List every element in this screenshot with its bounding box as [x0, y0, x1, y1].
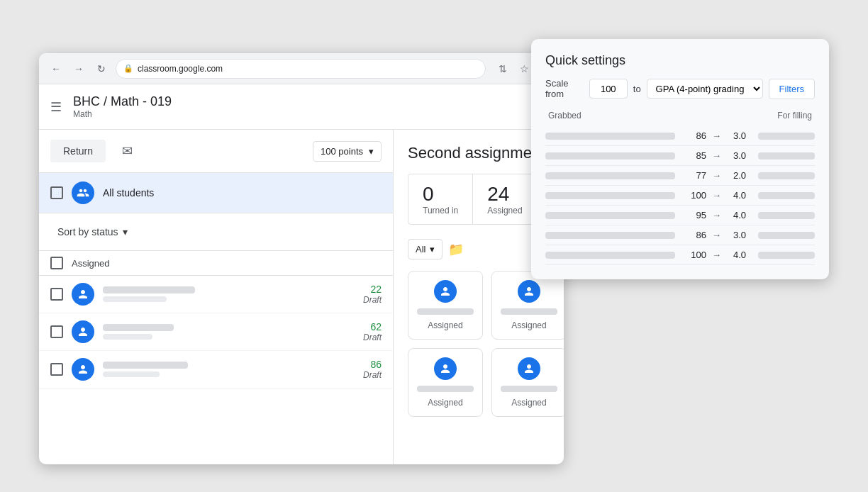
browser-window: ← → ↻ 🔒 classroom.google.com ⇅ ☆ G ☰ BHC…	[39, 53, 564, 464]
student-card[interactable]: Assigned	[408, 348, 483, 417]
qs-name-bar	[545, 252, 675, 259]
score-value: 22	[363, 284, 382, 295]
grabbed-label: Grabbed	[548, 111, 582, 121]
grading-select[interactable]: GPA (4-point) grading	[647, 79, 763, 99]
back-button[interactable]: ←	[48, 60, 65, 77]
table-row: 22 Draft	[39, 276, 393, 313]
all-students-row: All students	[39, 173, 393, 213]
sort-dropdown[interactable]: Sort by status ▾	[50, 222, 382, 242]
student-name	[103, 286, 195, 293]
app-header: ☰ BHC / Math - 019 Math	[39, 84, 564, 130]
card-status: Assigned	[511, 320, 546, 330]
student-card[interactable]: Assigned	[491, 348, 564, 417]
student-sub	[103, 371, 160, 377]
qs-gpa: 3.0	[727, 150, 752, 161]
filter-row: All ▾ 📁	[408, 239, 550, 259]
return-button[interactable]: Return	[50, 140, 106, 162]
qs-gpa: 4.0	[727, 250, 752, 260]
qs-row: 77 → 2.0	[545, 166, 815, 186]
qs-score: 85	[681, 150, 706, 161]
assigned-stat-label: Assigned	[487, 206, 522, 216]
qs-name-bar	[545, 232, 675, 239]
filters-button[interactable]: Filters	[769, 79, 815, 99]
all-students-checkbox[interactable]	[50, 186, 63, 199]
qs-row: 85 → 3.0	[545, 146, 815, 166]
course-title: BHC / Math - 019	[73, 94, 552, 109]
student-card[interactable]: Assigned	[408, 271, 483, 340]
forward-button[interactable]: →	[70, 60, 87, 77]
filter-all-label: All	[416, 244, 425, 255]
browser-actions: ⇅ ☆	[494, 60, 533, 77]
student-info	[103, 324, 355, 340]
qs-score: 100	[681, 250, 706, 260]
app-content: ☰ BHC / Math - 019 Math Return ✉ 100 poi…	[39, 84, 564, 464]
assigned-label: Assigned	[72, 258, 109, 269]
qs-gpa: 4.0	[727, 190, 752, 201]
student-checkbox[interactable]	[50, 325, 63, 338]
assignment-title: Second assignment	[408, 144, 550, 162]
reload-button[interactable]: ↻	[93, 60, 110, 77]
quick-settings-panel: Quick settings Scale from to GPA (4-poin…	[531, 39, 829, 279]
score-value: 62	[363, 321, 382, 332]
qs-fill-bar	[758, 212, 815, 219]
download-icon[interactable]: ⇅	[494, 60, 511, 77]
turned-in-stat: 0 Turned in	[408, 174, 473, 224]
student-card[interactable]: Assigned	[491, 271, 564, 340]
points-label: 100 points	[321, 146, 363, 157]
assigned-checkbox[interactable]	[50, 257, 63, 269]
course-subject: Math	[73, 109, 552, 119]
card-name	[501, 386, 557, 392]
qs-row: 86 → 3.0	[545, 225, 815, 245]
qs-arrow-icon: →	[712, 150, 721, 161]
all-students-label: All students	[103, 187, 154, 199]
points-select[interactable]: 100 points ▾	[313, 141, 382, 162]
app-body: Return ✉ 100 points ▾ All studen	[39, 130, 564, 464]
qs-fill-bar	[758, 232, 815, 239]
student-panel: Return ✉ 100 points ▾ All studen	[39, 130, 394, 464]
sort-chevron-icon: ▾	[123, 226, 128, 237]
hamburger-icon[interactable]: ☰	[50, 99, 62, 115]
table-row: 86 Draft	[39, 351, 393, 388]
qs-name-bar	[545, 172, 675, 179]
score-status: Draft	[363, 370, 382, 380]
student-checkbox[interactable]	[50, 363, 63, 376]
qs-fill-bar	[758, 192, 815, 199]
qs-score: 77	[681, 170, 706, 181]
assigned-stat: 24 Assigned	[473, 174, 536, 224]
qs-score: 86	[681, 230, 706, 240]
filter-select[interactable]: All ▾	[408, 239, 443, 259]
sort-label: Sort by status	[57, 226, 118, 237]
scale-from-label: Scale from	[545, 78, 584, 99]
for-filling-label: For filling	[777, 111, 812, 121]
mail-icon[interactable]: ✉	[114, 138, 140, 164]
qs-name-bar	[545, 133, 675, 140]
qs-row: 100 → 4.0	[545, 186, 815, 206]
qs-row: 86 → 3.0	[545, 126, 815, 146]
student-score: 22 Draft	[363, 284, 382, 305]
qs-gpa: 2.0	[727, 170, 752, 181]
qs-gpa: 4.0	[727, 210, 752, 220]
address-bar[interactable]: 🔒 classroom.google.com	[116, 59, 486, 79]
scale-input[interactable]	[589, 79, 628, 99]
url-text: classroom.google.com	[138, 64, 223, 74]
card-name	[501, 308, 557, 315]
score-value: 86	[363, 359, 382, 370]
qs-row: 100 → 4.0	[545, 245, 815, 265]
qs-arrow-icon: →	[712, 130, 721, 141]
qs-name-bar	[545, 212, 675, 219]
assigned-header: Assigned	[39, 251, 393, 276]
star-icon[interactable]: ☆	[516, 60, 533, 77]
card-avatar	[434, 357, 457, 380]
qs-columns-header: Grabbed For filling	[545, 111, 815, 121]
student-sub	[103, 296, 167, 302]
folder-icon[interactable]: 📁	[448, 242, 464, 257]
card-avatar	[434, 280, 457, 303]
score-status: Draft	[363, 332, 382, 342]
qs-gpa: 3.0	[727, 230, 752, 240]
qs-arrow-icon: →	[712, 230, 721, 240]
score-status: Draft	[363, 295, 382, 305]
student-score: 86 Draft	[363, 359, 382, 380]
student-info	[103, 286, 355, 302]
student-checkbox[interactable]	[50, 288, 63, 301]
card-status: Assigned	[428, 320, 462, 330]
